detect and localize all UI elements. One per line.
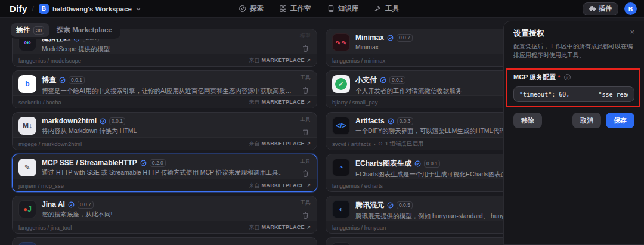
user-avatar[interactable]: B [624,2,637,15]
plugin-type-tag: 工具 [300,74,311,82]
cancel-button[interactable]: 取消 [572,113,601,128]
plugin-title: 博查 [42,75,56,85]
compass-icon [239,5,246,13]
plugin-icon: ●J [18,200,36,218]
workspace-name: bald0wang's Workspace [52,5,132,13]
plugin-org: hjlarry / small_pay [332,99,378,106]
plugin-description: 通过 HTTP with SSE 或 Streamable HTTP 传输方式使… [42,169,295,177]
plugin-org: langgenius / hunyuan [332,224,386,231]
trash-icon [302,212,309,219]
plugin-icon: ◐ [332,200,350,218]
panel-title: 设置授权 [513,28,544,39]
plugin-icon: ∿∿ [332,33,350,51]
puzzle-icon [589,5,596,12]
plugin-type-tag: 工具 [300,116,311,123]
save-button[interactable]: 保存 [606,113,634,128]
remove-button[interactable]: 移除 [513,113,542,128]
trash-icon [302,170,309,178]
plugin-description: ModelScope 提供的模型 [42,45,295,54]
marketplace-link[interactable]: 来自 MARKETPLACE ↗ [249,182,311,190]
icon-glyph: J [27,206,32,213]
verified-icon [380,77,386,83]
workspace-switcher[interactable]: B bald0wang's Workspace [39,4,141,14]
plugin-org: migege / markdown2html [18,141,82,147]
version-badge: 0.0.1 [109,117,125,125]
external-link-icon: ↗ [306,141,311,147]
marketplace-link[interactable]: 来自 MARKETPLACE ↗ [249,140,311,148]
mcp-config-label: MCP 服务配置 [513,73,556,82]
marketplace-link[interactable]: 来自 MARKETPLACE ↗ [249,57,311,64]
marketplace-from-label: 来自 [249,140,260,148]
plugin-card-jina-ai[interactable]: ●J Jina AI 0.0.7 您的搜索底座，从此不同! 工具 langgen… [12,196,317,234]
tab-bar: 插件 30 探索 Marketplace [10,21,120,39]
plugin-card-partial-left[interactable]: · ⊙ [12,237,317,245]
tab-plugins[interactable]: 插件 30 [11,23,49,37]
plugin-icon [18,242,36,245]
marketplace-link[interactable]: 来自 MARKETPLACE ↗ [249,224,311,231]
nav-item-knowledge[interactable]: 知识库 [327,4,359,13]
icon-glyph: M↓ [23,122,32,129]
verified-icon [100,118,106,125]
plugin-org: junjiem / mcp_sse [18,182,64,189]
version-badge: 0.0.1 [69,76,85,84]
plugin-title: Artifacts [355,117,385,125]
hammer-icon [374,5,382,13]
nav-label: 探索 [250,4,264,13]
mcp-config-section: MCP 服务配置 * ? [513,73,634,102]
nav-item-explore[interactable]: 探索 [239,4,264,13]
plugins-button-label: 插件 [599,4,612,13]
plugin-icon [332,242,350,245]
plugin-card-markdown2html[interactable]: M↓ markdown2html 0.0.1 将内容从 Markdown 转换为… [12,112,317,150]
external-link-icon: ↗ [306,57,311,63]
workspace-avatar: B [39,4,49,14]
version-badge: 0.0.5 [397,201,413,209]
mcp-config-input[interactable] [513,86,634,102]
marketplace-label: MARKETPLACE [262,141,305,147]
plugin-type-tag: 模型 [300,32,311,40]
verified-icon [388,118,394,125]
verified-icon [59,77,66,83]
nav-item-tools[interactable]: 工具 [374,4,399,13]
dify-logo[interactable]: Dify [10,4,27,14]
icon-glyph: ◐ [339,206,343,213]
marketplace-label: MARKETPLACE [262,57,305,63]
plugin-card-bocha[interactable]: b 博查 0.0.1 博查是一个给AI用的中文搜索引擎，让你的AI应用从近百亿网… [12,70,317,108]
help-icon[interactable]: ? [564,74,571,80]
chevron-down-icon [136,7,141,11]
plugin-title: ECharts图表生成 [355,159,411,169]
plugin-card-mcp-sse[interactable]: ✎ MCP SSE / StreamableHTTP 0.2.0 通过 HTTP… [12,154,317,192]
icon-glyph: </> [336,122,346,129]
plugin-org: langgenius / echarts [332,182,383,189]
icon-glyph: b [25,80,29,88]
endpoint-text: 1 组端点已启用 [385,140,424,148]
panel-divider [504,66,644,66]
plugin-title: markdown2html [42,117,97,125]
marketplace-link[interactable]: 来自 MARKETPLACE ↗ [249,98,311,106]
icon-glyph: ● [23,206,27,213]
plugin-title: MCP SSE / StreamableHTTP [42,159,137,167]
card-footer: junjiem / mcp_sse · ⊙ 来自 MARKETPLACE ↗ [13,179,317,191]
icon-glyph: ✓ [338,80,344,88]
tab-marketplace[interactable]: 探索 Marketplace [57,26,112,35]
plugins-count-badge: 30 [33,26,44,35]
card-footer: langgenius / modelscope · ⊙ 来自 MARKETPLA… [13,54,317,66]
version-badge: 0.0.2 [389,76,405,84]
plugins-button[interactable]: 插件 [583,2,618,15]
plugin-title: 小支付 [355,75,377,85]
plugin-icon: b [18,75,36,93]
verified-icon [387,202,394,209]
studio-icon [279,5,287,13]
close-button[interactable]: × [630,28,634,36]
plugin-description: 您的搜索底座，从此不同! [42,210,295,219]
external-link-icon: ↗ [306,182,311,188]
plugin-icon: ✎ [18,159,36,176]
nav-label: 工作室 [290,4,311,13]
trash-icon [302,86,309,94]
close-icon: × [630,27,634,36]
nav-label: 工具 [385,4,399,13]
marketplace-from-label: 来自 [249,57,260,64]
endpoint-status: · ⊙ 1 组端点已启用 [374,140,424,148]
main-content: 插件 30 探索 Marketplace ‹•› 魔搭社区 0.0.4 Mode… [0,18,644,245]
nav-item-studio[interactable]: 工作室 [279,4,311,13]
card-footer: migege / markdown2html · ⊙ 来自 MARKETPLAC… [13,137,317,150]
